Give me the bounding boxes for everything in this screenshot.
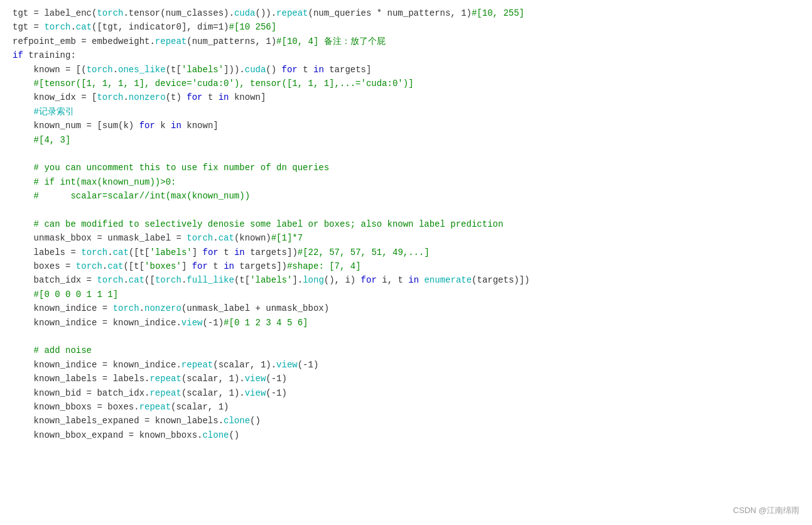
code-line: #记录索引 <box>0 105 812 119</box>
code-line: known_indice = known_indice.view(-1)#[0 … <box>0 316 812 330</box>
code-line: tgt = torch.cat([tgt, indicator0], dim=1… <box>0 20 812 34</box>
code-line: #[4, 3] <box>0 133 812 147</box>
code-line: #[0 0 0 0 1 1 1] <box>0 288 812 301</box>
code-line: if training: <box>0 48 812 62</box>
code-line: refpoint_emb = embedweight.repeat(num_pa… <box>0 35 812 48</box>
code-line: known_num = [sum(k) for k in known] <box>0 119 812 133</box>
code-line: known_bboxs = boxes.repeat(scalar, 1) <box>0 400 812 414</box>
code-line: unmask_bbox = unmask_label = torch.cat(k… <box>0 231 812 245</box>
code-line: # add noise <box>0 344 812 357</box>
code-line <box>0 203 812 217</box>
code-line: boxes = torch.cat([t['boxes'] for t in t… <box>0 259 812 273</box>
code-line: # you can uncomment this to use fix numb… <box>0 161 812 175</box>
code-line: known_indice = torch.nonzero(unmask_labe… <box>0 301 812 315</box>
watermark: CSDN @江南绵雨 <box>733 504 799 517</box>
code-line: tgt = label_enc(torch.tensor(num_classes… <box>0 6 812 20</box>
code-line <box>0 330 812 344</box>
code-line: known_indice = known_indice.repeat(scala… <box>0 358 812 372</box>
code-line: # if int(max(known_num))>0: <box>0 175 812 189</box>
code-line: known_bbox_expand = known_bboxs.clone() <box>0 428 812 442</box>
code-line: # can be modified to selectively denosie… <box>0 217 812 231</box>
code-line: known = [(torch.ones_like(t['labels'])).… <box>0 63 812 77</box>
code-line: known_labels_expaned = known_labels.clon… <box>0 414 812 428</box>
code-line: batch_idx = torch.cat([torch.full_like(t… <box>0 273 812 287</box>
code-container: tgt = label_enc(torch.tensor(num_classes… <box>0 0 812 525</box>
code-line: known_bid = batch_idx.repeat(scalar, 1).… <box>0 386 812 400</box>
code-line: #[tensor([1, 1, 1, 1], device='cuda:0'),… <box>0 77 812 90</box>
code-line: known_labels = labels.repeat(scalar, 1).… <box>0 372 812 386</box>
code-line: # scalar=scalar//int(max(known_num)) <box>0 189 812 203</box>
code-line: labels = torch.cat([t['labels'] for t in… <box>0 246 812 259</box>
code-line: know_idx = [torch.nonzero(t) for t in kn… <box>0 90 812 104</box>
code-line <box>0 147 812 161</box>
code-block: tgt = label_enc(torch.tensor(num_classes… <box>0 6 812 442</box>
